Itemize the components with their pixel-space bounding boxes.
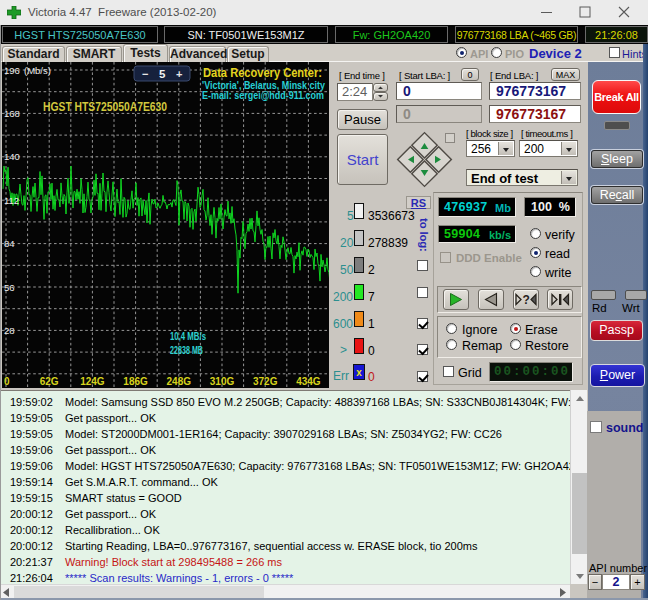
svg-text:62G: 62G: [40, 376, 59, 387]
svg-text:0: 0: [4, 376, 10, 387]
svg-text:196: 196: [4, 65, 20, 76]
svg-text:5: 5: [159, 68, 166, 80]
svg-text:140: 140: [4, 151, 20, 162]
svg-text:186G: 186G: [123, 376, 148, 387]
svg-text:124G: 124G: [80, 376, 105, 387]
svg-text:22838 MB: 22838 MB: [170, 345, 203, 356]
svg-text:372G: 372G: [253, 376, 278, 387]
svg-text:10,4 MB/s: 10,4 MB/s: [170, 331, 206, 342]
svg-text:−: −: [142, 68, 148, 80]
svg-text:28: 28: [4, 325, 15, 336]
svg-text:+: +: [176, 68, 182, 80]
svg-text:E-mail: sergei@hdd-911.com: E-mail: sergei@hdd-911.com: [202, 89, 324, 101]
svg-text:248G: 248G: [167, 376, 192, 387]
svg-text:84: 84: [4, 238, 15, 249]
svg-text:112: 112: [4, 195, 19, 206]
svg-text:?: ?: [523, 293, 530, 307]
svg-text:168: 168: [4, 108, 20, 119]
svg-text:434G: 434G: [296, 376, 321, 387]
svg-text:310G: 310G: [210, 376, 235, 387]
svg-text:(Mb/s): (Mb/s): [24, 65, 51, 76]
svg-text:HGST HTS725050A7E630: HGST HTS725050A7E630: [43, 100, 167, 114]
svg-text:56: 56: [4, 282, 15, 293]
